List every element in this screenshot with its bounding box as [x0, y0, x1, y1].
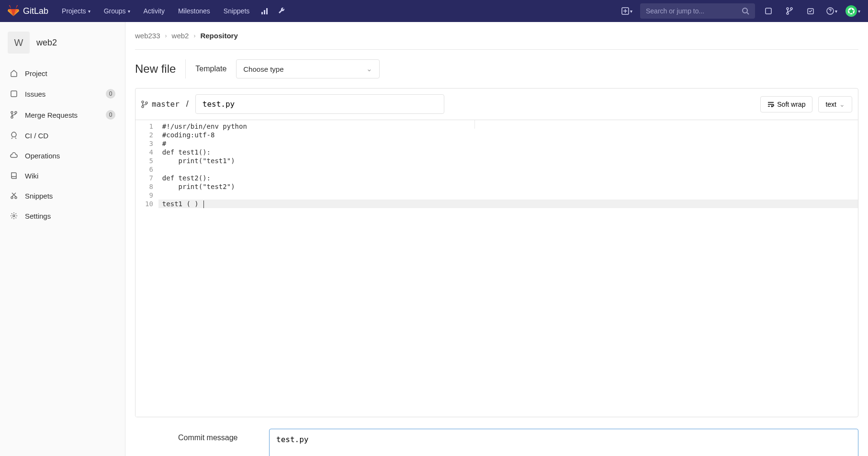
sidebar-item-snippets[interactable]: Snippets: [0, 186, 125, 206]
breadcrumb-item-current: Repository: [200, 32, 237, 40]
svg-point-4: [743, 8, 747, 13]
top-navbar: GitLab Projects▾ Groups▾ Activity Milest…: [0, 0, 868, 22]
code-line[interactable]: print("test1"): [162, 156, 854, 165]
rocket-icon: [10, 131, 18, 140]
svg-rect-5: [766, 8, 771, 14]
todos-icon[interactable]: [803, 3, 818, 19]
code-line[interactable]: #!/usr/bin/env python: [162, 122, 854, 131]
editor-toolbar: master / Soft wrap text ⌄: [135, 89, 858, 120]
book-icon: [10, 171, 18, 180]
svg-point-21: [146, 102, 147, 104]
svg-point-15: [15, 111, 17, 113]
code-line[interactable]: #coding:utf-8: [162, 131, 854, 139]
gear-icon: [10, 211, 18, 220]
sidebar-item-operations[interactable]: Operations: [0, 145, 125, 166]
user-avatar[interactable]: ▾: [845, 3, 860, 19]
svg-point-8: [790, 8, 792, 10]
sidebar-item-wiki[interactable]: Wiki: [0, 166, 125, 186]
sidebar-item-settings[interactable]: Settings: [0, 206, 125, 226]
code-editor[interactable]: 12345678910 #!/usr/bin/env python#coding…: [135, 120, 858, 417]
chevron-down-icon: ⌄: [366, 65, 372, 73]
search-icon: [742, 7, 749, 15]
line-number: 3: [145, 139, 153, 148]
svg-rect-2: [266, 8, 268, 14]
count-badge: 0: [106, 89, 115, 99]
sidebar-item-ci-cd[interactable]: CI / CD: [0, 125, 125, 145]
nav-groups[interactable]: Groups▾: [98, 0, 136, 22]
code-line[interactable]: print("test2"): [162, 182, 854, 191]
soft-wrap-button[interactable]: Soft wrap: [760, 96, 812, 112]
line-number: 7: [145, 174, 153, 182]
chevron-down-icon: ⌄: [839, 100, 845, 108]
plus-icon[interactable]: ▾: [619, 3, 634, 19]
template-select[interactable]: Choose type ⌄: [236, 59, 380, 78]
chevron-down-icon: ▾: [858, 9, 860, 14]
svg-point-19: [142, 101, 144, 103]
line-number: 1: [145, 122, 153, 131]
filename-input[interactable]: [195, 94, 444, 114]
merge-shortcut-icon[interactable]: [782, 3, 797, 19]
svg-point-20: [142, 106, 144, 108]
sidebar-item-merge-requests[interactable]: Merge Requests0: [0, 104, 125, 125]
branch-indicator: master: [141, 100, 180, 109]
svg-point-6: [787, 8, 789, 10]
code-line[interactable]: def test1():: [162, 148, 854, 156]
svg-rect-0: [261, 12, 263, 14]
search-box[interactable]: [640, 3, 755, 19]
code-lines[interactable]: #!/usr/bin/env python#coding:utf-8#def t…: [158, 120, 858, 417]
wrench-icon[interactable]: [274, 3, 290, 19]
commit-message-label: Commit message: [178, 429, 250, 442]
cloud-icon: [10, 151, 18, 160]
chevron-down-icon: ▾: [128, 9, 130, 14]
gitlab-icon: [8, 5, 19, 17]
svg-point-16: [11, 197, 13, 199]
commit-message-input[interactable]: [269, 429, 858, 456]
svg-point-14: [11, 116, 13, 118]
svg-rect-1: [264, 10, 265, 14]
search-input[interactable]: [646, 7, 742, 15]
chevron-right-icon: ›: [193, 33, 195, 39]
editor-container: master / Soft wrap text ⌄ 12345678910: [135, 88, 858, 417]
code-line[interactable]: def test2():: [162, 174, 854, 182]
chevron-right-icon: ›: [165, 33, 167, 39]
code-line[interactable]: [162, 191, 854, 200]
page-title: New file: [135, 62, 176, 76]
nav-milestones[interactable]: Milestones: [172, 0, 216, 22]
snippets-icon: [10, 191, 18, 200]
chart-icon[interactable]: [257, 3, 272, 19]
sidebar-item-issues[interactable]: Issues0: [0, 83, 125, 104]
nav-projects[interactable]: Projects▾: [56, 0, 96, 22]
help-icon[interactable]: ▾: [824, 3, 839, 19]
line-number: 8: [145, 182, 153, 191]
svg-point-13: [11, 111, 13, 113]
sidebar-item-label: Operations: [25, 152, 60, 160]
code-line[interactable]: test1 ( ): [162, 200, 854, 208]
project-avatar: W: [8, 32, 30, 54]
path-sep: /: [186, 99, 189, 109]
svg-point-17: [15, 197, 17, 199]
sidebar-item-label: Wiki: [25, 172, 38, 180]
sidebar-project-header[interactable]: W web2: [0, 28, 125, 57]
line-gutter: 12345678910: [135, 120, 158, 417]
gitlab-logo[interactable]: GitLab: [8, 5, 48, 17]
sidebar-item-label: Snippets: [25, 192, 53, 200]
cursor: [203, 200, 204, 208]
svg-point-7: [787, 12, 789, 14]
project-name: web2: [36, 38, 57, 48]
nav-activity[interactable]: Activity: [138, 0, 170, 22]
syntax-select[interactable]: text ⌄: [818, 96, 852, 112]
sidebar-item-project[interactable]: Project: [0, 63, 125, 83]
line-number: 6: [145, 165, 153, 174]
sidebar-item-label: Issues: [25, 90, 45, 98]
breadcrumb-item[interactable]: web2: [172, 32, 189, 40]
breadcrumb-item[interactable]: web233: [135, 32, 160, 40]
nav-snippets[interactable]: Snippets: [218, 0, 255, 22]
line-number: 4: [145, 148, 153, 156]
chevron-down-icon: ▾: [88, 9, 90, 14]
code-line[interactable]: [162, 165, 854, 174]
svg-rect-12: [11, 91, 17, 97]
issues-shortcut-icon[interactable]: [761, 3, 776, 19]
sidebar-item-label: Settings: [25, 212, 51, 220]
breadcrumb: web233 › web2 › Repository: [135, 22, 858, 50]
code-line[interactable]: #: [162, 139, 854, 148]
